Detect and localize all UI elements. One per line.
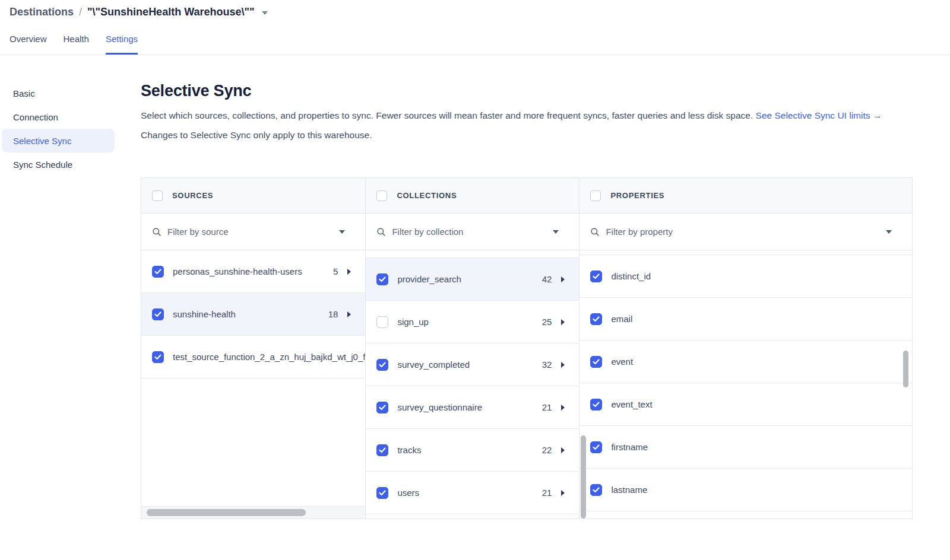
collections-column-title: COLLECTIONS — [397, 191, 457, 200]
collection-row[interactable]: sign_up 25 — [366, 301, 579, 343]
item-count: 32 — [542, 359, 552, 370]
item-count: 21 — [542, 488, 552, 498]
sidebar-item-sync-schedule[interactable]: Sync Schedule — [2, 152, 115, 176]
caret-right-icon[interactable] — [347, 311, 351, 317]
item-label: tracks — [397, 445, 542, 455]
caret-right-icon[interactable] — [561, 362, 565, 368]
collection-row[interactable]: tracks 22 — [366, 429, 579, 472]
item-label: users — [397, 488, 542, 498]
caret-right-icon[interactable] — [347, 269, 351, 275]
tab-health[interactable]: Health — [64, 34, 89, 55]
item-checkbox[interactable] — [590, 441, 602, 453]
filter-row — [141, 214, 365, 250]
tab-settings[interactable]: Settings — [106, 34, 138, 55]
description-text: Select which sources, collections, and p… — [141, 110, 753, 120]
caret-right-icon[interactable] — [561, 319, 565, 325]
collection-row[interactable]: survey_questionnaire 21 — [366, 386, 579, 429]
filter-sources-input[interactable] — [167, 227, 333, 237]
item-checkbox[interactable] — [376, 273, 388, 285]
sources-column-title: SOURCES — [172, 191, 213, 200]
collection-row[interactable]: survey_completed 32 — [366, 343, 579, 386]
propertie-row[interactable]: lastname — [580, 469, 912, 511]
propertie-row[interactable]: event_text — [580, 383, 912, 426]
vertical-scrollbar-thumb[interactable] — [903, 351, 908, 387]
propertie-row[interactable]: firstname — [580, 426, 912, 469]
item-label: sign_up — [397, 317, 542, 327]
filter-row — [366, 214, 579, 250]
chevron-down-icon[interactable] — [553, 230, 559, 234]
item-count: 22 — [542, 445, 552, 455]
item-checkbox[interactable] — [590, 271, 602, 282]
sources-column: SOURCES personas_sunshine-health-users 5… — [141, 178, 365, 518]
item-checkbox[interactable] — [376, 359, 388, 371]
page-title: Selective Sync — [141, 82, 913, 100]
item-checkbox[interactable] — [590, 313, 602, 325]
caret-right-icon[interactable] — [561, 405, 565, 411]
propertie-row[interactable]: event — [580, 341, 912, 383]
chevron-down-icon[interactable] — [886, 230, 892, 234]
item-count: 21 — [542, 402, 552, 412]
partially-scrolled-row — [580, 250, 912, 255]
sidebar-item-selective-sync[interactable]: Selective Sync — [2, 129, 115, 152]
vertical-scrollbar-thumb[interactable] — [581, 435, 586, 518]
item-checkbox[interactable] — [376, 444, 388, 456]
column-header: COLLECTIONS — [366, 178, 579, 214]
collection-row[interactable]: provider_search 42 — [366, 258, 579, 301]
propertie-row[interactable]: email — [580, 298, 912, 341]
propertie-row[interactable]: distinct_id — [580, 255, 912, 298]
item-list: personas_sunshine-health-users 5 sunshin… — [141, 250, 365, 518]
search-icon — [376, 227, 386, 237]
item-label: personas_sunshine-health-users — [173, 266, 333, 276]
breadcrumb-destinations-link[interactable]: Destinations — [10, 6, 74, 18]
item-label: provider_search — [397, 274, 542, 284]
filter-properties-input[interactable] — [606, 227, 880, 237]
horizontal-scrollbar[interactable] — [141, 506, 365, 518]
column-header: SOURCES — [141, 178, 365, 214]
source-row[interactable]: test_source_function_2_a_zn_huj_bajkd_wt… — [141, 336, 365, 378]
chevron-down-icon[interactable] — [262, 11, 268, 15]
selective-sync-limits-link[interactable]: See Selective Sync UI limits → — [756, 110, 882, 120]
horizontal-scrollbar-thumb[interactable] — [147, 509, 306, 516]
select-all-collections-checkbox[interactable] — [376, 190, 387, 201]
item-label: survey_questionnaire — [397, 402, 542, 412]
item-label: firstname — [611, 442, 912, 452]
breadcrumb: Destinations / "\"SunshineHealth Warehou… — [0, 0, 950, 18]
filter-collections-input[interactable] — [392, 227, 547, 237]
source-row[interactable]: sunshine-health 18 — [141, 293, 365, 336]
page-description: Select which sources, collections, and p… — [141, 109, 913, 122]
chevron-down-icon[interactable] — [339, 230, 345, 234]
caret-right-icon[interactable] — [561, 490, 565, 496]
select-all-properties-checkbox[interactable] — [590, 190, 601, 201]
item-label: event — [611, 357, 912, 367]
sidebar-item-connection[interactable]: Connection — [2, 105, 115, 129]
item-count: 5 — [333, 266, 338, 276]
tab-overview[interactable]: Overview — [10, 34, 47, 55]
item-list: provider_search 42 sign_up 25 survey_com… — [366, 250, 579, 518]
item-label: event_text — [611, 399, 912, 409]
item-label: lastname — [611, 485, 912, 495]
item-checkbox[interactable] — [376, 316, 388, 328]
item-checkbox[interactable] — [152, 308, 164, 320]
properties-column: PROPERTIES distinct_id email event ev — [579, 178, 912, 518]
warehouse-note: Changes to Selective Sync only apply to … — [141, 130, 913, 141]
item-checkbox[interactable] — [590, 484, 602, 496]
item-checkbox[interactable] — [376, 487, 388, 499]
item-checkbox[interactable] — [152, 266, 164, 278]
partially-scrolled-row — [366, 250, 579, 258]
caret-right-icon[interactable] — [561, 447, 565, 453]
sidebar-item-basic[interactable]: Basic — [2, 81, 115, 105]
source-row[interactable]: personas_sunshine-health-users 5 — [141, 250, 365, 293]
item-label: distinct_id — [611, 271, 912, 281]
caret-right-icon[interactable] — [561, 276, 565, 282]
item-count: 42 — [542, 274, 552, 284]
search-icon — [152, 227, 162, 237]
collection-row[interactable]: users 21 — [366, 472, 579, 514]
item-checkbox[interactable] — [376, 402, 388, 413]
select-all-sources-checkbox[interactable] — [152, 190, 163, 201]
item-label: survey_completed — [397, 359, 542, 370]
item-checkbox[interactable] — [590, 399, 602, 411]
arrow-right-icon: → — [873, 110, 882, 120]
item-checkbox[interactable] — [152, 351, 164, 363]
item-checkbox[interactable] — [590, 356, 602, 368]
tab-bar: Overview Health Settings — [0, 34, 950, 55]
